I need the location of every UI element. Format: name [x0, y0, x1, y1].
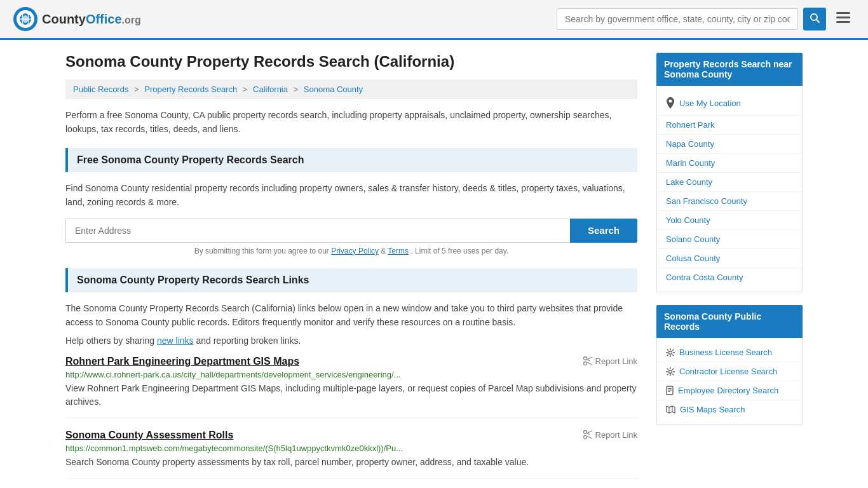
use-my-location-item[interactable]: Use My Location [657, 91, 802, 116]
sidebar-item-marin-county[interactable]: Marin County [657, 154, 802, 173]
sidebar-item-business-license[interactable]: Business License Search [657, 343, 802, 362]
svg-point-20 [669, 100, 672, 103]
sidebar-item-rohnert-park-label: Rohnert Park [666, 120, 715, 130]
links-description: The Sonoma County Property Records Searc… [65, 301, 637, 330]
search-button[interactable]: Search [570, 219, 637, 243]
link-entry-2-link[interactable]: Sonoma County Assessment Rolls [65, 430, 233, 440]
report-link-2-label: Report Link [595, 430, 637, 440]
link-entry-2-desc: Search Sonoma County property assessment… [65, 456, 637, 469]
main-wrapper: Sonoma County Property Records Search (C… [53, 40, 815, 488]
breadcrumb-public-records[interactable]: Public Records [73, 85, 128, 94]
sidebar-item-colusa-county[interactable]: Colusa County [657, 249, 802, 268]
breadcrumb-california[interactable]: California [253, 85, 288, 94]
link-entry-1-title: Rohnert Park Engineering Department GIS … [65, 356, 299, 367]
sidebar-item-marin-county-label: Marin County [666, 158, 715, 168]
location-pin-icon [666, 97, 675, 109]
share-text: Help others by sharing new links and rep… [65, 336, 637, 346]
breadcrumb-property-records-search[interactable]: Property Records Search [144, 85, 237, 94]
link-entry-2-title: Sonoma County Assessment Rolls [65, 430, 233, 441]
gear-icon-2 [666, 367, 675, 376]
sidebar-item-napa-county[interactable]: Napa County [657, 135, 802, 154]
logo-office: Office [86, 12, 122, 26]
links-section: Sonoma County Property Records Search Li… [65, 268, 637, 479]
sidebar-item-san-francisco-county[interactable]: San Francisco County [657, 192, 802, 211]
link-entry-2: Sonoma County Assessment Rolls Report Li… [65, 430, 637, 478]
sidebar-item-solano-county[interactable]: Solano County [657, 230, 802, 249]
breadcrumb-sep-2: > [243, 85, 250, 94]
breadcrumb-sep-3: > [294, 85, 301, 94]
svg-rect-9 [836, 21, 850, 23]
sidebar-item-contra-costa-county[interactable]: Contra Costa County [657, 268, 802, 287]
free-search-section: Free Sonoma County Property Records Sear… [65, 148, 637, 255]
svg-line-6 [817, 20, 819, 22]
page-title: Sonoma County Property Records Search (C… [65, 53, 637, 71]
logo-org: .org [122, 15, 141, 25]
sidebar-item-contractor-license-label: Contractor License Search [679, 367, 777, 376]
site-header: CountyOffice.org [0, 0, 868, 40]
sidebar-item-contractor-license[interactable]: Contractor License Search [657, 362, 802, 381]
svg-point-11 [583, 362, 587, 365]
svg-line-18 [587, 437, 592, 439]
sidebar-item-contra-costa-county-label: Contra Costa County [666, 273, 743, 282]
content-area: Sonoma County Property Records Search (C… [65, 53, 637, 488]
header-search-input[interactable] [557, 8, 798, 30]
sidebar-item-gis-maps-label: GIS Maps Search [680, 405, 745, 414]
header-search-button[interactable] [803, 8, 826, 30]
logo-text: CountyOffice.org [42, 12, 141, 27]
sidebar-item-yolo-county[interactable]: Yolo County [657, 211, 802, 230]
logo-icon [13, 6, 38, 32]
sidebar-item-colusa-county-label: Colusa County [666, 254, 720, 263]
sidebar-item-business-license-label: Business License Search [679, 348, 772, 357]
link-entry-1-header: Rohnert Park Engineering Department GIS … [65, 356, 637, 367]
disclaimer-text: By submitting this form you agree to our [194, 247, 329, 255]
hamburger-icon [836, 12, 850, 24]
link-entry-2-url: https://common1.mptsweb.com/megabytecomm… [65, 444, 637, 453]
address-search-form: Search [65, 219, 637, 243]
public-records-body: Business License Search Contractor Licen… [656, 338, 803, 424]
link-entry-1-desc: View Rohnert Park Engineering Department… [65, 382, 637, 409]
sidebar-item-yolo-county-label: Yolo County [666, 215, 710, 225]
svg-point-16 [583, 436, 587, 439]
svg-rect-8 [836, 17, 850, 18]
intro-text: Perform a free Sonoma County, CA public … [65, 108, 637, 137]
sidebar-item-napa-county-label: Napa County [666, 139, 714, 149]
svg-point-10 [583, 357, 587, 360]
nearby-body: Use My Location Rohnert Park Napa County… [656, 86, 803, 292]
svg-rect-7 [836, 12, 850, 14]
scissors-icon-1 [583, 356, 593, 366]
nearby-section: Property Records Search near Sonoma Coun… [656, 53, 803, 292]
search-description: Find Sonoma County residential property … [65, 181, 637, 210]
svg-line-19 [587, 433, 590, 435]
svg-line-13 [587, 363, 592, 365]
breadcrumb-sonoma-county[interactable]: Sonoma County [304, 85, 363, 94]
sidebar-item-solano-county-label: Solano County [666, 234, 720, 244]
address-input[interactable] [65, 219, 570, 243]
sidebar-item-employee-directory[interactable]: Employee Directory Search [657, 381, 802, 400]
sidebar: Property Records Search near Sonoma Coun… [656, 53, 803, 488]
sidebar-item-rohnert-park[interactable]: Rohnert Park [657, 116, 802, 135]
report-link-1-button[interactable]: Report Link [583, 356, 637, 366]
share-prefix: Help others by sharing [65, 336, 154, 346]
sidebar-item-lake-county[interactable]: Lake County [657, 173, 802, 192]
header-search-area [557, 8, 855, 30]
logo-area: CountyOffice.org [13, 6, 141, 32]
link-entry-1: Rohnert Park Engineering Department GIS … [65, 356, 637, 418]
breadcrumb: Public Records > Property Records Search… [65, 79, 637, 99]
map-icon [666, 405, 675, 414]
sidebar-item-gis-maps[interactable]: GIS Maps Search [657, 400, 802, 419]
link-entry-1-link[interactable]: Rohnert Park Engineering Department GIS … [65, 356, 299, 367]
terms-link[interactable]: Terms [388, 247, 409, 255]
public-records-section: Sonoma County Public Records Business Li… [656, 305, 803, 424]
sidebar-item-san-francisco-county-label: San Francisco County [666, 196, 747, 206]
links-section-header: Sonoma County Property Records Search Li… [65, 268, 637, 292]
report-link-2-button[interactable]: Report Link [583, 430, 637, 440]
header-menu-button[interactable] [831, 8, 855, 30]
privacy-policy-link[interactable]: Privacy Policy [331, 247, 379, 255]
svg-point-21 [669, 351, 672, 354]
form-disclaimer: By submitting this form you agree to our… [65, 247, 637, 255]
breadcrumb-sep-1: > [134, 85, 141, 94]
public-records-header: Sonoma County Public Records [656, 305, 803, 338]
report-link-1-label: Report Link [595, 356, 637, 366]
new-links-link[interactable]: new links [157, 336, 194, 346]
svg-line-17 [587, 431, 592, 433]
